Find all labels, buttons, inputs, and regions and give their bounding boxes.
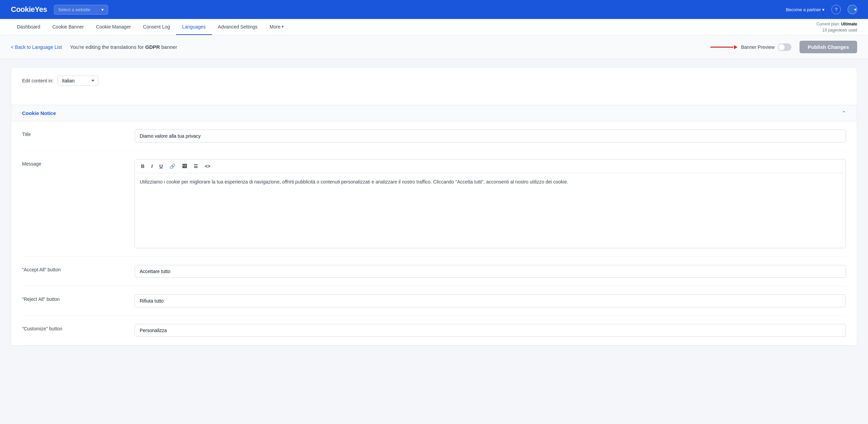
message-content: B I U 🔗 🖼 ☰ <> Utilizziamo i cookie per … <box>135 159 846 248</box>
customize-content <box>135 324 846 337</box>
toolbar-link[interactable]: 🔗 <box>167 162 177 170</box>
toolbar-underline[interactable]: U <box>157 162 165 170</box>
page-header-left: < Back to Language List You're editing t… <box>11 44 177 50</box>
main-content: Edit content in: Italian Cookie Notice ⌃… <box>0 59 868 354</box>
top-bar-left: CookieYes Select a website ▾ <box>11 5 108 15</box>
toolbar-bold[interactable]: B <box>139 162 146 170</box>
form-row-title: Title <box>22 121 846 151</box>
form-rows: Title Message B I U 🔗 <box>11 121 857 345</box>
accept-all-input[interactable] <box>135 265 846 278</box>
form-row-reject-all: "Reject All" button <box>22 286 846 316</box>
banner-preview-toggle[interactable] <box>778 43 791 51</box>
toolbar-code[interactable]: <> <box>203 162 212 170</box>
card-inner: Edit content in: Italian <box>11 68 857 105</box>
message-editor-body[interactable]: Utilizziamo i cookie per migliorare la t… <box>135 173 846 248</box>
title-input[interactable] <box>135 130 846 142</box>
edit-lang-row: Edit content in: Italian <box>22 76 846 86</box>
message-label: Message <box>22 159 124 167</box>
site-selector[interactable]: Select a website ▾ <box>54 5 108 15</box>
back-to-language-list-link[interactable]: < Back to Language List <box>11 44 62 50</box>
edit-content-label: Edit content in: <box>22 78 54 83</box>
reject-all-input[interactable] <box>135 294 846 307</box>
message-text: Utilizziamo i cookie per migliorare la t… <box>140 179 568 185</box>
account-icon[interactable]: 👤 ▾ <box>848 5 857 14</box>
page-header: < Back to Language List You're editing t… <box>0 35 868 59</box>
customize-input[interactable] <box>135 324 846 337</box>
secondary-nav: Dashboard Cookie Banner Cookie Manager C… <box>0 19 868 35</box>
publish-changes-button[interactable]: Publish Changes <box>800 41 857 53</box>
cookie-notice-section-header[interactable]: Cookie Notice ⌃ <box>11 105 857 121</box>
arrow-indicator <box>710 44 737 50</box>
nav-cookie-manager[interactable]: Cookie Manager <box>90 19 137 35</box>
language-select[interactable]: Italian <box>58 76 98 86</box>
top-bar-right: Become a partner ▾ ? 👤 ▾ <box>786 5 857 14</box>
banner-preview-area: Banner Preview <box>710 43 791 51</box>
help-icon[interactable]: ? <box>831 5 841 14</box>
title-label: Title <box>22 130 124 137</box>
nav-cookie-banner[interactable]: Cookie Banner <box>46 19 90 35</box>
nav-dashboard[interactable]: Dashboard <box>11 19 46 35</box>
site-selector-chevron: ▾ <box>101 7 104 12</box>
pageviews-used: 19 pageviews used <box>822 28 857 33</box>
logo: CookieYes <box>11 5 47 14</box>
banner-preview-label: Banner Preview <box>741 44 774 50</box>
become-partner-chevron: ▾ <box>822 7 825 12</box>
top-bar: CookieYes Select a website ▾ Become a pa… <box>0 0 868 19</box>
accept-all-label: "Accept All" button <box>22 265 124 272</box>
become-partner-link[interactable]: Become a partner ▾ <box>786 7 825 12</box>
nav-languages[interactable]: Languages <box>176 19 212 35</box>
site-selector-text: Select a website <box>58 7 99 12</box>
nav-consent-log[interactable]: Consent Log <box>137 19 176 35</box>
nav-advanced-settings[interactable]: Advanced Settings <box>212 19 264 35</box>
page-header-right: Banner Preview Publish Changes <box>710 41 857 53</box>
editing-info: You're editing the translations for GDPR… <box>70 44 177 50</box>
toolbar-image[interactable]: 🖼 <box>180 162 189 170</box>
chevron-up-icon: ⌃ <box>842 110 846 116</box>
more-chevron: ▾ <box>282 24 284 29</box>
nav-items: Dashboard Cookie Banner Cookie Manager C… <box>11 19 290 35</box>
toolbar-list[interactable]: ☰ <box>192 162 200 170</box>
plan-name: Ultimate <box>841 22 857 26</box>
form-row-accept-all: "Accept All" button <box>22 257 846 286</box>
section-title: Cookie Notice <box>22 110 56 116</box>
form-row-customize: "Customize" button <box>22 316 846 345</box>
logo-text: CookieYes <box>11 5 47 14</box>
reject-all-content <box>135 294 846 307</box>
form-row-message: Message B I U 🔗 🖼 ☰ <> <box>22 151 846 257</box>
editor-toolbar: B I U 🔗 🖼 ☰ <> <box>135 159 846 173</box>
rich-text-editor: B I U 🔗 🖼 ☰ <> Utilizziamo i cookie per … <box>135 159 846 248</box>
accept-all-content <box>135 265 846 278</box>
plan-info: Current plan: Ultimate 19 pageviews used <box>816 21 857 33</box>
title-content <box>135 130 846 142</box>
toolbar-italic[interactable]: I <box>149 162 155 170</box>
content-card: Edit content in: Italian Cookie Notice ⌃… <box>11 67 857 346</box>
reject-all-label: "Reject All" button <box>22 294 124 302</box>
customize-label: "Customize" button <box>22 324 124 331</box>
editing-bold: GDPR <box>145 44 160 50</box>
nav-more[interactable]: More ▾ <box>263 19 290 35</box>
